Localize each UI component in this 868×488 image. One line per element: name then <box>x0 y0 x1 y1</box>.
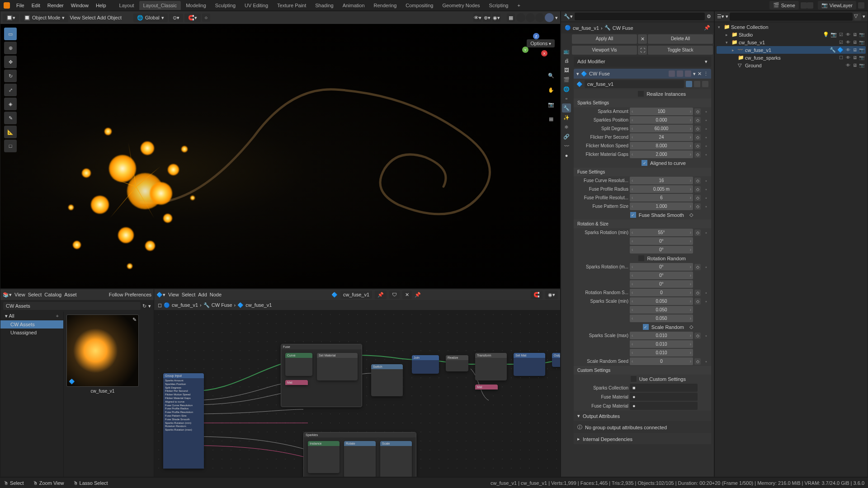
delete-all-button[interactable]: Delete All <box>648 34 713 44</box>
pin-icon[interactable]: 📌 <box>704 25 710 31</box>
viewport-icon[interactable]: 🖥 <box>852 55 858 61</box>
wireframe-shade-icon[interactable] <box>516 13 525 22</box>
tree-item-selected[interactable]: ▸ 〰 cw_fuse_v1 🔧🔷 👁🖥📷 <box>717 46 866 54</box>
use-custom-checkbox[interactable] <box>631 376 637 382</box>
properties-search[interactable] <box>575 13 705 20</box>
vp-menu-view[interactable]: View <box>70 15 80 20</box>
socket-icon[interactable]: ◇ <box>689 324 693 330</box>
node-generic[interactable]: Switch <box>371 364 403 396</box>
import-type-icon[interactable]: ▾ <box>148 303 151 309</box>
node-generic[interactable]: Curve <box>285 353 312 376</box>
rotate-tool-icon[interactable]: ↻ <box>4 70 17 82</box>
editor-type-icon[interactable]: 🔷▾ <box>156 292 165 298</box>
menu-window[interactable]: Window <box>67 1 92 10</box>
socket-icon[interactable]: ◇ <box>694 126 701 132</box>
pivot-selector[interactable]: ⊙▾ <box>169 14 183 22</box>
flicker-ps-field[interactable]: 24 <box>630 133 693 141</box>
mod-extras-icon[interactable]: ⋮ <box>703 71 708 77</box>
sparks-scale-max-x-field[interactable]: 0.010 <box>630 332 693 339</box>
hide-icon[interactable]: 👁 <box>845 62 851 68</box>
node-generic[interactable]: Join <box>412 355 439 374</box>
pin-icon[interactable]: 📌 <box>415 292 421 298</box>
breadcrumb-obj[interactable]: cw_fuse_v1 <box>573 25 599 31</box>
node-menu-add[interactable]: Add <box>198 292 207 297</box>
socket-icon[interactable]: ◇ <box>694 195 701 201</box>
breadcrumb-mod[interactable]: CW Fuse <box>613 25 633 31</box>
delete-scene-icon[interactable] <box>807 2 813 9</box>
fuse-shade-smooth-checkbox[interactable]: ✓ <box>630 212 636 218</box>
node-generic[interactable]: Realize <box>446 355 468 371</box>
hide-icon[interactable]: 👁 <box>845 47 851 53</box>
tab-particles-icon[interactable]: ✨ <box>562 113 571 122</box>
add-modifier-button[interactable]: Add Modifier▾ <box>574 56 711 67</box>
hide-icon[interactable]: 👁 <box>845 39 851 45</box>
scale-random-seed-field[interactable]: 0 <box>630 357 693 365</box>
chevron-down-icon[interactable]: ▾ <box>726 40 730 45</box>
node-group-input[interactable]: Group Input Sparks AmountSparkles Positi… <box>163 373 204 469</box>
viewport-canvas[interactable]: Options ▾ <box>0 24 560 288</box>
asset-menu-view[interactable]: View <box>14 292 25 297</box>
gizmo-x-icon[interactable]: X <box>541 50 547 56</box>
render-icon[interactable]: 📷 <box>859 47 864 53</box>
menu-edit[interactable]: Edit <box>28 1 44 10</box>
menu-render[interactable]: Render <box>44 1 67 10</box>
ng-new-icon[interactable] <box>694 81 700 87</box>
socket-icon[interactable]: ◇ <box>694 298 701 305</box>
render-icon[interactable]: 📷 <box>859 39 864 45</box>
new-scene-icon[interactable] <box>801 2 807 9</box>
tab-material-icon[interactable]: ● <box>562 151 571 160</box>
socket-icon[interactable]: ◇ <box>694 134 701 141</box>
tab-physics-icon[interactable]: ⚛ <box>562 122 571 131</box>
modifier-name[interactable]: CW Fuse <box>589 71 667 76</box>
navigation-gizmo[interactable]: X Y Z <box>522 33 549 60</box>
mod-toggle-2-icon[interactable] <box>677 70 683 77</box>
viewport-icon[interactable]: 🖥 <box>852 39 858 45</box>
gizmo-y-icon[interactable]: Y <box>522 47 528 53</box>
render-icon[interactable]: 📷 <box>859 32 864 38</box>
socket-icon[interactable]: ◇ <box>694 264 701 270</box>
perspective-icon[interactable]: ▦ <box>546 113 557 124</box>
rotation-random-seed-field[interactable]: 0 <box>630 289 693 296</box>
cat-cw-assets[interactable]: CW Assets <box>0 320 63 328</box>
tab-sculpting[interactable]: Sculpting <box>211 1 240 10</box>
apply-close-icon[interactable]: ✕ <box>638 34 647 44</box>
sparks-scale-max-z-field[interactable]: 0.010 <box>630 349 693 357</box>
cursor-tool-icon[interactable]: ⊕ <box>4 42 17 54</box>
tab-uv[interactable]: UV Editing <box>241 1 272 10</box>
matprev-shade-icon[interactable] <box>535 13 544 22</box>
fake-user-icon[interactable]: 🛡 <box>389 291 400 299</box>
editor-type-icon[interactable]: 📚▾ <box>3 292 12 298</box>
apply-all-button[interactable]: Apply All <box>572 34 637 44</box>
zoom-icon[interactable]: 🔍 <box>546 70 557 81</box>
tab-compositing[interactable]: Compositing <box>401 1 437 10</box>
tab-layout[interactable]: Layout <box>115 1 138 10</box>
select-tool-icon[interactable]: ▭ <box>4 28 17 40</box>
mod-close-icon[interactable]: ✕ <box>698 71 702 77</box>
node-generic[interactable]: Scale <box>380 441 412 477</box>
viewport-vis-button[interactable]: Viewport Vis <box>572 46 637 55</box>
mod-toggle-1-icon[interactable] <box>669 70 675 77</box>
rendered-shade-icon[interactable] <box>545 13 554 22</box>
sparks-scale-max-y-field[interactable]: 0.010 <box>630 340 693 348</box>
tab-data-icon[interactable]: 〰 <box>562 141 571 150</box>
scale-random-checkbox[interactable]: ✓ <box>643 324 649 330</box>
modifier-header[interactable]: ▾ 🔷 CW Fuse ▾ ✕ ⋮ <box>574 69 711 79</box>
tab-world-icon[interactable]: 🌐 <box>562 84 571 94</box>
toggle-stack-button[interactable]: Toggle Stack <box>648 46 713 55</box>
tab-scene-icon[interactable]: 🎬 <box>562 75 571 84</box>
node-menu-view[interactable]: View <box>168 292 179 297</box>
edit-icon[interactable]: ✎ <box>132 317 137 323</box>
vp-menu-select[interactable]: Select <box>82 15 96 20</box>
rotation-random-checkbox[interactable] <box>638 255 644 261</box>
xray-icon[interactable]: ▦ <box>507 14 515 22</box>
ng-fake-user-icon[interactable] <box>686 81 692 87</box>
chevron-down-icon[interactable]: ▾ <box>718 25 722 29</box>
tree-item[interactable]: 📁 cw_fuse_sparks ☐👁🖥📷 <box>717 54 866 61</box>
socket-icon[interactable]: ◇ <box>694 333 701 339</box>
fuse-curve-res-field[interactable]: 16 <box>630 177 693 184</box>
socket-icon[interactable]: ◇ <box>694 178 701 184</box>
scale-tool-icon[interactable]: ⤢ <box>4 84 17 96</box>
socket-icon[interactable]: ◇ <box>694 290 701 296</box>
vp-menu-add[interactable]: Add <box>97 15 106 20</box>
sparks-rot-min-z-field[interactable]: 0° <box>630 246 693 253</box>
